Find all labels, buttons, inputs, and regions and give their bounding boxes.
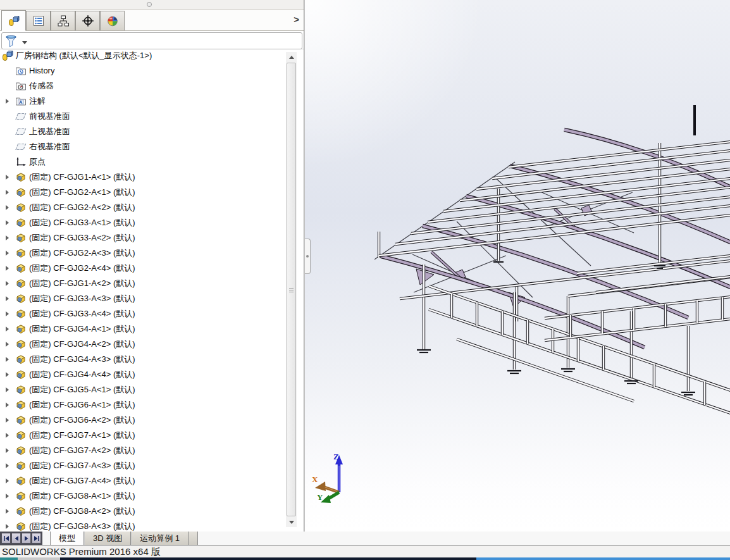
tree-item[interactable]: (固定) CF-GJG4-A<4> (默认) <box>0 367 303 382</box>
tab-featuremanager[interactable] <box>1 10 26 31</box>
tree-item[interactable]: (固定) CF-GJG6-A<1> (默认) <box>0 397 303 413</box>
expand-arrow-icon[interactable] <box>6 509 9 514</box>
status-bar: SOLIDWORKS Premium 2016 x64 版 <box>0 545 730 557</box>
scroll-up-button[interactable] <box>286 52 297 62</box>
expand-arrow-icon[interactable] <box>6 372 9 377</box>
expand-arrow-icon[interactable] <box>6 342 9 347</box>
expand-arrow-icon[interactable] <box>6 266 9 271</box>
expand-arrow-icon[interactable] <box>6 205 9 210</box>
expand-arrow-icon[interactable] <box>6 327 9 332</box>
tree-filter[interactable] <box>1 32 302 49</box>
panel-splitter-handle[interactable] <box>305 239 311 274</box>
nav-last-button[interactable] <box>32 533 41 544</box>
tree-item[interactable]: 传感器 <box>0 78 303 94</box>
plane-icon <box>15 111 27 122</box>
tree-item[interactable]: (固定) CF-GJG7-A<2> (默认) <box>0 443 303 458</box>
tree-item[interactable]: (固定) CF-GJG4-A<2> (默认) <box>0 337 303 352</box>
tree-item[interactable]: (固定) CF-GJG3-A<2> (默认) <box>0 230 303 246</box>
part-icon <box>15 460 27 471</box>
tree-item[interactable]: (固定) CF-GJG7-A<1> (默认) <box>0 428 303 443</box>
tab-3d-views[interactable]: 3D 视图 <box>84 532 131 545</box>
tree-item[interactable]: (固定) CF-GJG2-A<1> (默认) <box>0 185 303 200</box>
tree-item[interactable]: 前视基准面 <box>0 109 303 124</box>
tab-displaymanager[interactable] <box>100 11 125 30</box>
tree-item[interactable]: (固定) CF-GJG8-A<3> (默认) <box>0 519 303 532</box>
nav-first-button[interactable] <box>1 533 11 544</box>
tree-item[interactable]: A 注解 <box>0 94 303 109</box>
graphics-area[interactable]: Z X Y <box>304 0 730 532</box>
annotations-folder-icon: A <box>15 96 27 107</box>
triad-x-label: X <box>312 475 318 485</box>
tree-item[interactable]: (固定) CF-GJG2-A<4> (默认) <box>0 261 303 276</box>
expand-arrow-icon[interactable] <box>6 524 9 529</box>
tree-item[interactable]: (固定) CF-GJG5-A<1> (默认) <box>0 382 303 397</box>
tree-item[interactable]: (固定) CF-GJG8-A<1> (默认) <box>0 488 303 504</box>
tree-item[interactable]: 上视基准面 <box>0 124 303 139</box>
expand-arrow-icon[interactable] <box>6 448 9 453</box>
feature-tree: 厂房钢结构 (默认<默认_显示状态-1>) History 传感器 A 注解 前… <box>0 48 303 532</box>
panel-top-splitter[interactable] <box>0 0 304 9</box>
part-icon <box>15 187 27 198</box>
tree-scrollbar[interactable] <box>286 52 297 527</box>
feature-manager-panel: > 厂房钢结构 (默认<默认_显示状态-1>) History 传感器 A 注解… <box>0 0 304 532</box>
tree-item[interactable]: 右视基准面 <box>0 139 303 154</box>
tree-root-item[interactable]: 厂房钢结构 (默认<默认_显示状态-1>) <box>0 48 303 63</box>
tree-item[interactable]: History <box>0 63 303 78</box>
tab-configurationmanager[interactable] <box>51 11 75 30</box>
part-icon <box>15 339 27 350</box>
expand-arrow-icon[interactable] <box>6 478 9 483</box>
scrollbar-thumb[interactable] <box>287 63 296 516</box>
nav-previous-button[interactable] <box>11 533 21 544</box>
expand-arrow-icon[interactable] <box>6 463 9 468</box>
tree-item[interactable]: (固定) CF-GJG4-A<3> (默认) <box>0 352 303 367</box>
part-icon <box>15 475 27 487</box>
expand-arrow-icon[interactable] <box>6 251 9 256</box>
sensors-folder-icon <box>15 80 27 92</box>
assembly-icon <box>8 15 20 27</box>
filter-funnel-icon <box>4 34 18 48</box>
part-icon <box>15 506 27 517</box>
expand-arrow-icon[interactable] <box>6 190 9 195</box>
tab-propertymanager[interactable] <box>26 11 51 30</box>
tree-item[interactable]: (固定) CF-GJG3-A<3> (默认) <box>0 291 303 306</box>
expand-arrow-icon[interactable] <box>6 357 9 362</box>
tree-item[interactable]: (固定) CF-GJG7-A<4> (默认) <box>0 473 303 488</box>
tree-item[interactable]: (固定) CF-GJG6-A<2> (默认) <box>0 413 303 428</box>
expand-arrow-icon[interactable] <box>6 235 9 240</box>
splitter-grip-icon[interactable] <box>147 2 152 7</box>
expand-arrow-icon[interactable] <box>6 175 9 180</box>
configurationmanager-icon <box>57 15 70 27</box>
nav-next-button[interactable] <box>22 533 31 544</box>
filter-bar <box>0 31 304 49</box>
tree-item[interactable]: (固定) CF-GJG1-A<2> (默认) <box>0 276 303 291</box>
tree-item[interactable]: (固定) CF-GJG3-A<4> (默认) <box>0 306 303 321</box>
tab-dimxpertmanager[interactable] <box>75 11 100 30</box>
triad-y-label: Y <box>317 492 323 502</box>
expand-arrow-icon[interactable] <box>6 494 9 499</box>
expand-arrow-icon[interactable] <box>6 387 9 392</box>
part-icon <box>15 490 27 502</box>
expand-arrow-icon[interactable] <box>6 311 9 316</box>
tree-item[interactable]: (固定) CF-GJG1-A<1> (默认) <box>0 170 303 185</box>
tree-item[interactable]: (固定) CF-GJG2-A<3> (默认) <box>0 246 303 261</box>
tab-model[interactable]: 模型 <box>50 532 84 545</box>
expand-arrow-icon[interactable] <box>6 220 9 225</box>
expand-arrow-icon[interactable] <box>6 433 9 438</box>
tab-motion-study-1[interactable]: 运动算例 1 <box>131 532 189 545</box>
panel-overflow-chevron[interactable]: > <box>294 14 299 25</box>
expand-arrow-icon[interactable] <box>6 296 9 301</box>
part-icon <box>15 384 27 395</box>
tree-item[interactable]: (固定) CF-GJG2-A<2> (默认) <box>0 200 303 215</box>
tree-item[interactable]: (固定) CF-GJG7-A<3> (默认) <box>0 458 303 473</box>
expand-arrow-icon[interactable] <box>6 99 9 104</box>
tree-item[interactable]: (固定) CF-GJG3-A<1> (默认) <box>0 215 303 230</box>
expand-arrow-icon[interactable] <box>6 402 9 408</box>
filter-dropdown-caret[interactable] <box>22 41 27 44</box>
tree-item[interactable]: (固定) CF-GJG4-A<1> (默认) <box>0 321 303 337</box>
scroll-down-button[interactable] <box>286 517 297 527</box>
part-icon <box>15 217 27 228</box>
expand-arrow-icon[interactable] <box>6 281 9 286</box>
expand-arrow-icon[interactable] <box>6 418 9 423</box>
tree-item[interactable]: (固定) CF-GJG8-A<2> (默认) <box>0 504 303 519</box>
tree-item[interactable]: 原点 <box>0 154 303 170</box>
